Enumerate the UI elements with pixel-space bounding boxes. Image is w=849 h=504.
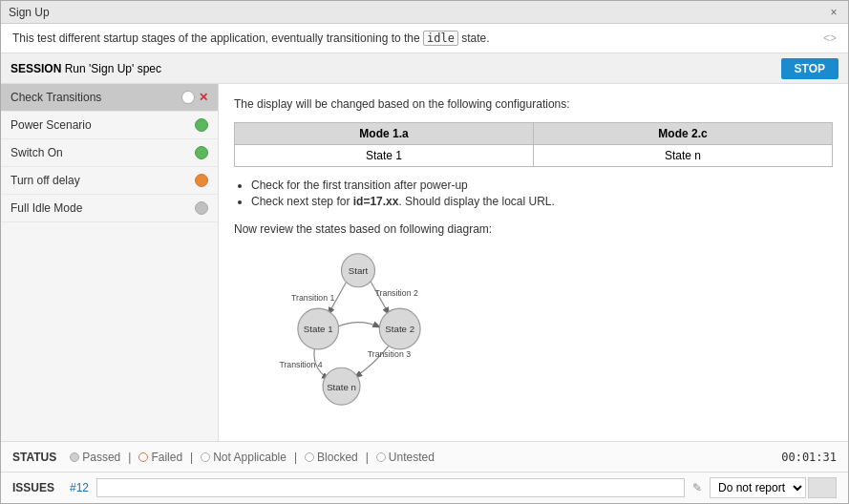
status-not-applicable-label: Not Applicable [213, 451, 287, 464]
sidebar-item-switch-on[interactable]: Switch On [1, 139, 218, 167]
code-icon: <> [823, 32, 837, 45]
sidebar-item-turn-off-delay[interactable]: Turn off delay [1, 167, 218, 195]
table-header-mode2: Mode 2.c [534, 123, 833, 145]
report-dropdown[interactable]: Do not report Report [710, 477, 806, 498]
content-panel: The display will be changed based on the… [219, 84, 848, 441]
status-blocked-label: Blocked [317, 451, 358, 464]
issues-label: ISSUES [12, 481, 54, 494]
pencil-icon[interactable]: ✎ [692, 481, 702, 494]
svg-text:Transition 3: Transition 3 [368, 349, 411, 359]
svg-text:Transition 2: Transition 2 [374, 288, 417, 298]
table-header-mode1: Mode 1.a [235, 123, 534, 145]
status-option-passed[interactable]: Passed [70, 451, 120, 464]
status-option-not-applicable[interactable]: Not Applicable [201, 451, 287, 464]
bullet-list: Check for the first transition after pow… [251, 178, 833, 211]
status-circle-gray [195, 201, 208, 215]
sidebar-item-icons [195, 174, 208, 187]
content-description: The display will be changed based on the… [234, 97, 833, 111]
sidebar-item-check-transitions[interactable]: Check Transitions ✕ [1, 84, 218, 112]
sidebar-item-label: Full Idle Mode [11, 201, 82, 215]
sidebar-item-label: Power Scenario [11, 118, 92, 132]
list-item: Check for the first transition after pow… [251, 178, 833, 192]
diagram-label: Now review the states based on following… [234, 222, 833, 236]
sidebar-item-full-idle-mode[interactable]: Full Idle Mode [1, 195, 218, 222]
list-item: Check next step for id=17.xx. Should dis… [251, 195, 833, 208]
info-bar: This test different startup stages of th… [1, 24, 848, 53]
sidebar-item-power-scenario[interactable]: Power Scenario [1, 112, 218, 139]
table-cell-staten: State n [534, 145, 833, 167]
status-untested-label: Untested [389, 451, 435, 464]
session-keyword: SESSION [11, 62, 61, 75]
issues-input[interactable] [96, 478, 685, 497]
radio-untested[interactable] [376, 452, 386, 462]
status-option-failed[interactable]: Failed [138, 451, 182, 464]
status-timer: 00:01:31 [781, 451, 837, 464]
status-options: Passed | Failed | Not Applicable | Block… [70, 451, 435, 464]
svg-text:State n: State n [327, 382, 356, 392]
radio-passed[interactable] [70, 452, 79, 462]
table-row: State 1 State n [235, 145, 833, 167]
session-label: SESSION Run 'Sign Up' spec [11, 62, 161, 75]
status-circle-green [195, 146, 208, 159]
session-bar: SESSION Run 'Sign Up' spec STOP [1, 53, 848, 84]
radio-failed[interactable] [138, 452, 148, 462]
state-diagram: Transition 1 Transition 2 Transition 3 T… [234, 245, 482, 408]
svg-text:Transition 4: Transition 4 [279, 360, 322, 369]
svg-text:State 1: State 1 [304, 324, 333, 334]
sidebar-item-label: Check Transitions [11, 91, 101, 104]
table-cell-state1: State 1 [235, 145, 534, 167]
status-option-untested[interactable]: Untested [376, 451, 435, 464]
status-failed-label: Failed [151, 451, 182, 464]
info-text: This test different startup stages of th… [12, 32, 823, 45]
svg-text:Transition 1: Transition 1 [291, 293, 334, 303]
main-window: Sign Up × This test different startup st… [0, 0, 849, 504]
svg-text:Start: Start [349, 265, 369, 276]
sidebar-item-label: Switch On [11, 146, 63, 159]
sidebar-item-icons [195, 201, 208, 215]
status-circle-active [181, 91, 195, 104]
sidebar: Check Transitions ✕ Power Scenario Switc… [1, 84, 219, 441]
sidebar-item-icons [195, 118, 208, 132]
sidebar-item-icons [195, 146, 208, 159]
issue-link[interactable]: #12 [70, 481, 89, 494]
status-label: STATUS [12, 451, 56, 464]
sidebar-item-label: Turn off delay [11, 174, 80, 187]
status-bar: STATUS Passed | Failed | Not Applicable … [1, 441, 848, 472]
session-spec: Run 'Sign Up' spec [65, 62, 161, 75]
report-button[interactable] [808, 477, 837, 498]
info-text-before: This test different startup stages of th… [12, 32, 423, 45]
close-button[interactable]: × [827, 6, 840, 19]
radio-blocked[interactable] [305, 452, 314, 462]
report-select: Do not report Report [710, 477, 837, 498]
title-bar: Sign Up × [1, 1, 848, 24]
status-circle-green [195, 118, 208, 132]
svg-text:State 2: State 2 [385, 324, 414, 334]
status-circle-orange [195, 174, 208, 187]
stop-button[interactable]: STOP [781, 58, 838, 79]
x-mark-icon: ✕ [199, 91, 208, 104]
sidebar-item-icons: ✕ [181, 91, 208, 104]
idle-tag: idle [423, 31, 458, 46]
mode-table: Mode 1.a Mode 2.c State 1 State n [234, 122, 833, 167]
window-title: Sign Up [9, 6, 50, 19]
status-passed-label: Passed [82, 451, 120, 464]
radio-not-applicable[interactable] [201, 452, 210, 462]
issues-bar: ISSUES #12 ✎ Do not report Report [1, 472, 848, 503]
status-option-blocked[interactable]: Blocked [305, 451, 358, 464]
main-content: Check Transitions ✕ Power Scenario Switc… [1, 84, 848, 441]
info-text-after: state. [458, 32, 490, 45]
